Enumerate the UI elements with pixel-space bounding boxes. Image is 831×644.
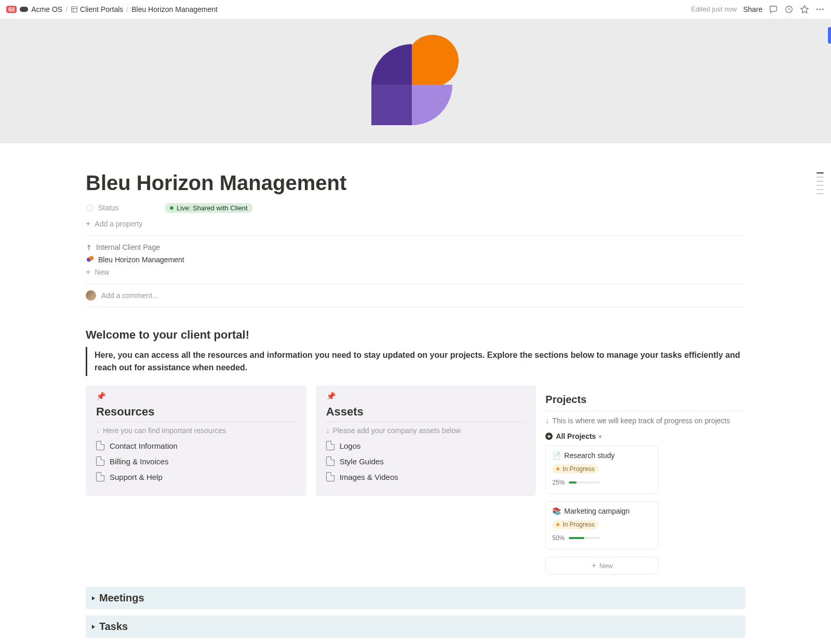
project-status-pill: In Progress bbox=[552, 464, 598, 474]
page-icon bbox=[326, 441, 334, 450]
down-arrow-icon bbox=[96, 426, 100, 435]
arrow-icon: ↗ bbox=[84, 242, 94, 252]
project-status-pill: In Progress bbox=[552, 520, 598, 529]
breadcrumb-item-current[interactable]: Bleu Horizon Management bbox=[131, 5, 218, 14]
backlink-page-title: Bleu Horizon Management bbox=[98, 256, 184, 264]
projects-filter[interactable]: ✦ All Projects ▾ bbox=[545, 432, 745, 440]
property-row-status[interactable]: Status Live: Shared with Client bbox=[86, 199, 745, 217]
target-icon: ✦ bbox=[545, 433, 553, 440]
svg-point-6 bbox=[822, 8, 824, 10]
down-arrow-icon bbox=[545, 417, 549, 425]
project-card[interactable]: 📄 Research study In Progress 25% bbox=[545, 446, 659, 494]
breadcrumb-parent-label: Client Portals bbox=[80, 5, 123, 14]
project-icon: 📄 bbox=[552, 451, 561, 460]
outline-item[interactable] bbox=[816, 172, 824, 173]
outline-item[interactable] bbox=[816, 189, 824, 190]
plus-icon: + bbox=[592, 561, 596, 570]
outline-item[interactable] bbox=[816, 185, 824, 186]
project-title: Research study bbox=[564, 451, 614, 460]
assets-item[interactable]: Logos bbox=[326, 438, 526, 453]
more-icon[interactable] bbox=[815, 5, 825, 14]
new-subpage-button[interactable]: + New bbox=[86, 266, 745, 278]
workspace-icon[interactable] bbox=[20, 7, 28, 12]
resources-item[interactable]: Support & Help bbox=[96, 469, 296, 485]
resources-heading[interactable]: Resources bbox=[96, 405, 296, 419]
assets-card: 📌 Assets Please add your company assets … bbox=[316, 385, 537, 496]
topbar-right: Edited just now Share bbox=[691, 5, 825, 14]
backlink-page[interactable]: Bleu Horizon Management bbox=[86, 253, 745, 266]
svg-point-7 bbox=[87, 205, 93, 211]
caret-right-icon bbox=[92, 625, 95, 629]
breadcrumb-separator: / bbox=[126, 5, 128, 14]
status-dot-icon bbox=[556, 467, 559, 471]
svg-point-4 bbox=[816, 8, 818, 10]
status-dot-icon bbox=[556, 523, 559, 526]
add-property-button[interactable]: + Add a property bbox=[86, 217, 745, 231]
resources-card: 📌 Resources Here you can find important … bbox=[86, 385, 306, 496]
breadcrumb-item-workspace[interactable]: Acme OS bbox=[31, 5, 62, 14]
comments-icon[interactable] bbox=[769, 5, 778, 14]
outline-item[interactable] bbox=[816, 177, 824, 178]
welcome-heading[interactable]: Welcome to your client portal! bbox=[86, 328, 745, 342]
property-key-label: Status bbox=[98, 204, 119, 212]
history-icon[interactable] bbox=[784, 5, 794, 14]
pin-icon[interactable]: 📌 bbox=[96, 392, 296, 401]
project-progress: 25% bbox=[552, 479, 652, 486]
outline-item[interactable] bbox=[816, 181, 824, 182]
plus-icon: + bbox=[86, 220, 90, 228]
add-property-label: Add a property bbox=[95, 220, 142, 228]
tasks-toggle[interactable]: Tasks bbox=[86, 615, 745, 638]
page-cover[interactable] bbox=[0, 19, 831, 143]
assets-hint: Please add your company assets below bbox=[326, 426, 526, 435]
topbar-left: 60 Acme OS / Client Portals / Bleu Horiz… bbox=[6, 5, 691, 14]
comment-row[interactable]: Add a comment... bbox=[86, 284, 745, 307]
welcome-callout[interactable]: Here, you can access all the resources a… bbox=[86, 347, 745, 376]
caret-right-icon bbox=[92, 596, 95, 600]
svg-point-5 bbox=[820, 8, 821, 10]
backlink-header[interactable]: ↗ Internal Client Page bbox=[86, 241, 745, 253]
page-icon bbox=[96, 441, 104, 450]
page-icon bbox=[86, 256, 94, 264]
project-icon: 📚 bbox=[552, 507, 561, 515]
page-icon bbox=[326, 457, 334, 466]
projects-filter-label: All Projects bbox=[556, 432, 596, 440]
assets-item[interactable]: Style Guides bbox=[326, 453, 526, 469]
status-value: Live: Shared with Client bbox=[177, 204, 248, 212]
projects-heading[interactable]: Projects bbox=[545, 394, 745, 406]
chevron-down-icon: ▾ bbox=[599, 434, 601, 439]
new-project-button[interactable]: + New bbox=[545, 557, 659, 574]
page-icon bbox=[96, 472, 104, 481]
share-button[interactable]: Share bbox=[743, 5, 762, 14]
page-icon bbox=[96, 457, 104, 466]
assets-heading[interactable]: Assets bbox=[326, 405, 526, 419]
side-tab[interactable] bbox=[828, 27, 831, 44]
status-icon bbox=[86, 204, 94, 212]
comment-input[interactable]: Add a comment... bbox=[101, 291, 745, 300]
meetings-toggle[interactable]: Meetings bbox=[86, 587, 745, 609]
pin-icon[interactable]: 📌 bbox=[326, 392, 526, 401]
tasks-heading: Tasks bbox=[99, 621, 128, 633]
project-progress: 50% bbox=[552, 534, 652, 542]
project-title: Marketing campaign bbox=[564, 507, 629, 515]
projects-grid: 📄 Research study In Progress 25% 📚 bbox=[545, 446, 745, 549]
page-title[interactable]: Bleu Horizon Management bbox=[86, 143, 745, 199]
breadcrumb-item-parent[interactable]: Client Portals bbox=[71, 5, 123, 14]
edited-timestamp: Edited just now bbox=[691, 5, 736, 13]
sidebar-toggle-badge[interactable]: 60 bbox=[6, 6, 17, 13]
status-dot-icon bbox=[170, 206, 173, 210]
new-subpage-label: New bbox=[95, 268, 109, 276]
project-card[interactable]: 📚 Marketing campaign In Progress 50% bbox=[545, 501, 659, 549]
plus-icon: + bbox=[86, 268, 90, 276]
property-key-status: Status bbox=[86, 204, 158, 212]
avatar bbox=[86, 290, 96, 301]
resources-item[interactable]: Contact Information bbox=[96, 438, 296, 453]
resources-item[interactable]: Billing & Invoices bbox=[96, 453, 296, 469]
outline-item[interactable] bbox=[816, 193, 824, 194]
status-pill[interactable]: Live: Shared with Client bbox=[165, 203, 253, 213]
resources-hint: Here you can find important resources bbox=[96, 426, 296, 435]
page-outline[interactable] bbox=[816, 172, 824, 194]
favorite-icon[interactable] bbox=[800, 5, 809, 14]
columns: 📌 Resources Here you can find important … bbox=[86, 385, 745, 574]
backlink-section-label: Internal Client Page bbox=[96, 243, 160, 251]
assets-item[interactable]: Images & Videos bbox=[326, 469, 526, 485]
